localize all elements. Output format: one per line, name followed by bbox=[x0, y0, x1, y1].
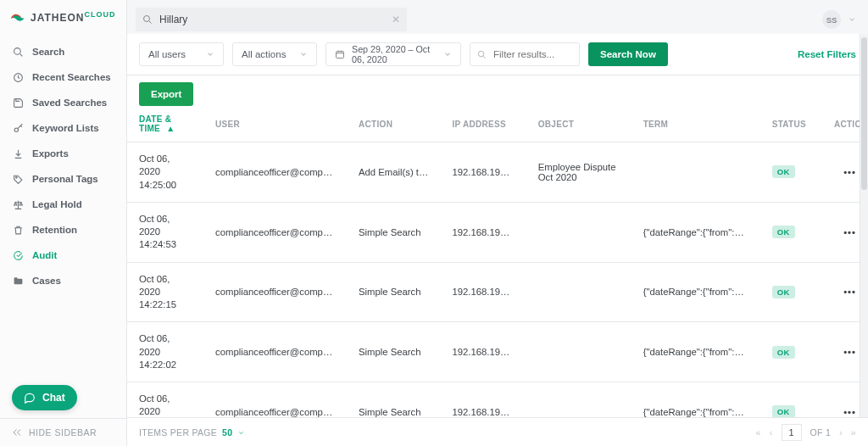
cell-term: {"dateRange":{"from":null,"to… bbox=[632, 322, 760, 382]
cell-date: Oct 06, 202014:21:35 bbox=[127, 382, 203, 418]
table-row[interactable]: Oct 06, 202014:25:00complianceofficer@co… bbox=[127, 142, 868, 203]
sidebar-item-keyword-lists[interactable]: Keyword Lists bbox=[0, 115, 126, 141]
actions-filter-label: All actions bbox=[242, 49, 286, 59]
pager-last-icon[interactable]: » bbox=[851, 427, 856, 438]
sidebar-item-audit[interactable]: Audit bbox=[0, 243, 126, 268]
cell-status: OK bbox=[760, 142, 822, 203]
folder-icon bbox=[12, 275, 24, 287]
cell-status: OK bbox=[760, 322, 822, 382]
date-range-dropdown[interactable]: Sep 29, 2020 – Oct 06, 2020 bbox=[326, 42, 461, 66]
pager-page-input[interactable] bbox=[782, 424, 802, 441]
sidebar-item-saved-searches[interactable]: Saved Searches bbox=[0, 90, 126, 115]
audit-table: DATE & TIME ▲ USER ACTION IP ADDRESS OBJ… bbox=[127, 106, 868, 417]
users-filter-label: All users bbox=[148, 49, 186, 59]
sidebar-item-label: Search bbox=[32, 47, 64, 57]
sidebar-item-personal-tags[interactable]: Personal Tags bbox=[0, 166, 126, 192]
table-row[interactable]: Oct 06, 202014:22:02complianceofficer@co… bbox=[127, 322, 868, 382]
user-menu-caret-icon[interactable] bbox=[848, 15, 856, 24]
svg-point-3 bbox=[15, 176, 17, 178]
hide-sidebar-label: HIDE SIDEBAR bbox=[29, 427, 97, 438]
sidebar-nav: SearchRecent SearchesSaved SearchesKeywo… bbox=[0, 34, 126, 418]
pager-next-icon[interactable]: › bbox=[839, 427, 843, 438]
global-search-input[interactable] bbox=[158, 13, 387, 26]
col-header-term[interactable]: TERM bbox=[632, 106, 760, 142]
cell-user: complianceofficer@company.org bbox=[203, 322, 347, 382]
items-per-page-dropdown[interactable]: 50 bbox=[222, 427, 245, 438]
svg-point-0 bbox=[14, 47, 20, 54]
sidebar-item-label: Audit bbox=[32, 250, 57, 260]
users-filter-dropdown[interactable]: All users bbox=[139, 42, 224, 66]
search-now-button[interactable]: Search Now bbox=[588, 42, 668, 66]
col-header-object[interactable]: OBJECT bbox=[526, 106, 632, 142]
pager-prev-icon[interactable]: ‹ bbox=[770, 427, 773, 438]
cell-term: {"dateRange":{"from":null,"to… bbox=[632, 262, 760, 322]
col-header-action[interactable]: ACTION bbox=[347, 106, 440, 142]
topbar: ✕ SS bbox=[127, 0, 868, 34]
actions-filter-dropdown[interactable]: All actions bbox=[232, 42, 317, 66]
col-header-date[interactable]: DATE & TIME ▲ bbox=[127, 106, 203, 142]
sidebar-item-recent-searches[interactable]: Recent Searches bbox=[0, 64, 126, 90]
tag-icon bbox=[12, 173, 24, 185]
col-header-status[interactable]: STATUS bbox=[760, 106, 822, 142]
cell-user: complianceofficer@company.org bbox=[203, 202, 347, 262]
filters-row: All users All actions Sep 29, 2020 – Oct… bbox=[127, 34, 868, 75]
chat-button[interactable]: Chat bbox=[12, 385, 77, 410]
cell-date: Oct 06, 202014:22:02 bbox=[127, 322, 203, 382]
download-icon bbox=[12, 148, 24, 159]
audit-icon bbox=[12, 249, 24, 261]
sidebar-item-cases[interactable]: Cases bbox=[0, 268, 126, 293]
pager-first-icon[interactable]: « bbox=[756, 427, 761, 438]
sidebar-item-legal-hold[interactable]: Legal Hold bbox=[0, 192, 126, 217]
results-filter[interactable] bbox=[470, 42, 580, 66]
sidebar-item-label: Keyword Lists bbox=[32, 123, 99, 133]
scale-icon bbox=[12, 198, 24, 210]
global-search[interactable]: ✕ bbox=[136, 8, 407, 31]
collapse-icon bbox=[12, 427, 22, 438]
cell-object bbox=[526, 382, 632, 418]
cell-ip: 192.168.192.46 bbox=[440, 202, 526, 262]
table-row[interactable]: Oct 06, 202014:22:15complianceofficer@co… bbox=[127, 262, 868, 322]
clear-search-icon[interactable]: ✕ bbox=[392, 14, 400, 25]
trash-icon bbox=[12, 224, 24, 236]
main: ✕ SS All users All actions Sep 29, 2020 … bbox=[127, 0, 868, 446]
cell-object bbox=[526, 262, 632, 322]
cell-object bbox=[526, 202, 632, 262]
search-icon bbox=[477, 50, 487, 59]
footer-bar: ITEMS PER PAGE 50 « ‹ OF 1 › » bbox=[127, 417, 868, 446]
reset-filters-link[interactable]: Reset Filters bbox=[798, 49, 856, 59]
cell-action: Simple Search bbox=[347, 202, 440, 262]
sidebar-item-retention[interactable]: Retention bbox=[0, 217, 126, 243]
cell-status: OK bbox=[760, 202, 822, 262]
scrollbar-thumb[interactable] bbox=[861, 37, 867, 190]
chevron-down-icon bbox=[443, 50, 452, 59]
cell-status: OK bbox=[760, 382, 822, 418]
hide-sidebar-button[interactable]: HIDE SIDEBAR bbox=[0, 418, 126, 446]
col-header-ip[interactable]: IP ADDRESS bbox=[440, 106, 526, 142]
cell-ip: 192.168.192.46 bbox=[440, 142, 526, 203]
sidebar-item-label: Personal Tags bbox=[32, 174, 98, 184]
user-avatar[interactable]: SS bbox=[822, 10, 841, 29]
date-range-label: Sep 29, 2020 – Oct 06, 2020 bbox=[352, 44, 437, 64]
sort-asc-icon: ▲ bbox=[166, 124, 175, 133]
vertical-scrollbar[interactable] bbox=[860, 34, 868, 417]
col-header-user[interactable]: USER bbox=[203, 106, 347, 142]
cell-term: {"dateRange":{"from":null,"to… bbox=[632, 202, 760, 262]
svg-point-4 bbox=[144, 16, 150, 22]
table-row[interactable]: Oct 06, 202014:21:35complianceofficer@co… bbox=[127, 382, 868, 418]
brand-name: JATHEONCLOUD bbox=[31, 10, 115, 24]
chat-label: Chat bbox=[42, 392, 65, 404]
brand-logo-icon bbox=[10, 9, 25, 25]
cell-date: Oct 06, 202014:22:15 bbox=[127, 262, 203, 322]
svg-rect-5 bbox=[337, 52, 344, 59]
save-icon bbox=[12, 97, 24, 109]
sidebar-item-search[interactable]: Search bbox=[0, 39, 126, 64]
export-button[interactable]: Export bbox=[139, 82, 193, 106]
sidebar-item-exports[interactable]: Exports bbox=[0, 141, 126, 166]
sidebar-item-label: Exports bbox=[32, 148, 69, 159]
sidebar-item-label: Saved Searches bbox=[32, 98, 107, 108]
chevron-down-icon bbox=[299, 50, 308, 59]
chevron-down-icon bbox=[206, 50, 214, 59]
table-row[interactable]: Oct 06, 202014:24:53complianceofficer@co… bbox=[127, 202, 868, 262]
cell-user: complianceofficer@company.org bbox=[203, 142, 347, 203]
clock-icon bbox=[12, 71, 24, 83]
